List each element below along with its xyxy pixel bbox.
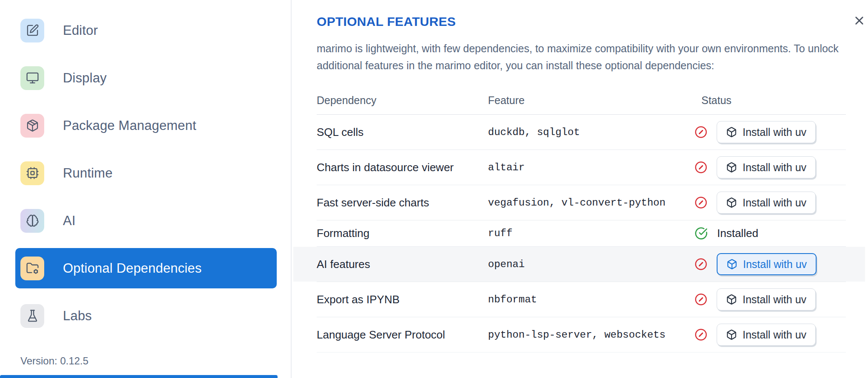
- circle-x-icon: [695, 161, 707, 174]
- table-row: AI featuresopenaiInstall with uv: [317, 247, 846, 282]
- labs-icon-tile: [20, 304, 44, 328]
- sidebar-item-label: AI: [63, 213, 76, 228]
- sidebar-item-labs[interactable]: Labs: [15, 296, 277, 336]
- sidebar-item-display[interactable]: Display: [15, 58, 277, 98]
- sidebar-item-optional-dependencies[interactable]: Optional Dependencies: [15, 248, 277, 288]
- box-icon: [726, 162, 737, 173]
- settings-dialog: EditorDisplayPackage ManagementRuntimeAI…: [0, 0, 868, 378]
- status-cell: Install with uv: [695, 115, 846, 150]
- circle-x-icon: [695, 293, 707, 306]
- table-row: SQL cellsduckdb, sqlglotInstall with uv: [317, 115, 846, 150]
- feature-packages: ruff: [488, 221, 695, 245]
- circle-x-icon: [695, 258, 707, 271]
- settings-sidebar: EditorDisplayPackage ManagementRuntimeAI…: [0, 0, 292, 378]
- ai-icon-tile: [20, 209, 44, 233]
- package-management-icon-tile: [20, 114, 44, 138]
- cpu-icon: [26, 166, 39, 180]
- dependency-name: Language Server Protocol: [317, 322, 488, 348]
- header-dependency: Dependency: [317, 94, 488, 107]
- sidebar-item-label: Optional Dependencies: [63, 261, 201, 276]
- dependency-name: Fast server-side charts: [317, 190, 488, 216]
- circle-check-icon: [695, 227, 708, 240]
- bottom-blue-bar: [0, 375, 278, 378]
- display-icon-tile: [20, 66, 44, 90]
- circle-x-icon: [695, 328, 707, 341]
- table-row: Fast server-side chartsvegafusion, vl-co…: [317, 185, 846, 220]
- sidebar-item-runtime[interactable]: Runtime: [15, 153, 277, 193]
- install-button-label: Install with uv: [743, 197, 806, 209]
- install-button-label: Install with uv: [743, 258, 807, 271]
- sidebar-item-label: Labs: [63, 308, 92, 324]
- install-with-uv-button[interactable]: Install with uv: [717, 253, 817, 275]
- install-with-uv-button[interactable]: Install with uv: [717, 324, 816, 346]
- status-cell: Install with uv: [695, 282, 846, 317]
- sidebar-item-label: Display: [63, 71, 107, 86]
- status-cell: Install with uv: [695, 185, 846, 220]
- box-icon: [726, 127, 737, 138]
- table-header-row: Dependency Feature Status: [317, 86, 846, 115]
- status-cell: Install with uv: [695, 317, 846, 352]
- dependency-name: Charts in datasource viewer: [317, 155, 488, 181]
- install-with-uv-button[interactable]: Install with uv: [717, 156, 816, 178]
- flask-conical-icon: [26, 309, 39, 322]
- feature-packages: duckdb, sqlglot: [488, 120, 695, 144]
- install-button-label: Install with uv: [743, 293, 806, 306]
- box-icon: [726, 294, 737, 305]
- dependencies-table: Dependency Feature Status SQL cellsduckd…: [317, 86, 846, 353]
- close-button[interactable]: [850, 11, 868, 30]
- panel-description: marimo is lightweight, with few dependen…: [317, 40, 857, 74]
- install-button-label: Install with uv: [743, 161, 806, 174]
- runtime-icon-tile: [20, 161, 44, 185]
- sidebar-item-editor[interactable]: Editor: [15, 10, 277, 51]
- status-cell: Install with uv: [695, 150, 846, 185]
- dependency-name: SQL cells: [317, 119, 488, 145]
- dependency-name: AI features: [317, 251, 488, 277]
- sidebar-item-label: Runtime: [63, 166, 113, 181]
- sidebar-item-package-management[interactable]: Package Management: [15, 105, 277, 146]
- optional-dependencies-icon-tile: [20, 257, 44, 280]
- editor-icon-tile: [20, 19, 44, 42]
- install-with-uv-button[interactable]: Install with uv: [717, 192, 816, 214]
- table-row: Charts in datasource vieweraltairInstall…: [317, 150, 846, 185]
- panel-title: OPTIONAL FEATURES: [317, 14, 857, 29]
- status-cell: Install with uv: [695, 247, 846, 282]
- box-icon: [726, 329, 737, 340]
- feature-packages: altair: [488, 155, 695, 180]
- table-row: FormattingruffInstalled: [317, 220, 846, 247]
- table-row: Export as IPYNBnbformatInstall with uv: [317, 282, 846, 317]
- install-with-uv-button[interactable]: Install with uv: [717, 121, 816, 143]
- sidebar-item-label: Editor: [63, 23, 98, 38]
- installed-status-label: Installed: [717, 227, 758, 240]
- circle-x-icon: [695, 196, 707, 209]
- status-cell: Installed: [695, 220, 846, 246]
- box-icon: [726, 197, 737, 208]
- monitor-icon: [26, 71, 39, 85]
- box-icon: [726, 259, 738, 270]
- feature-packages: python-lsp-server, websockets: [488, 323, 695, 347]
- version-label: Version: 0.12.5: [20, 355, 88, 367]
- package-icon: [26, 119, 39, 132]
- sidebar-nav: EditorDisplayPackage ManagementRuntimeAI…: [15, 10, 277, 336]
- dependency-name: Formatting: [317, 220, 488, 246]
- install-button-label: Install with uv: [743, 126, 806, 138]
- sidebar-item-label: Package Management: [63, 118, 196, 133]
- x-icon: [853, 14, 866, 27]
- square-pen-icon: [26, 24, 39, 37]
- header-status: Status: [695, 94, 846, 107]
- feature-packages: nbformat: [488, 288, 695, 312]
- circle-x-icon: [695, 126, 707, 138]
- dependency-name: Export as IPYNB: [317, 287, 488, 313]
- sidebar-item-ai[interactable]: AI: [15, 200, 277, 241]
- folder-cog-icon: [26, 262, 39, 275]
- table-row: Language Server Protocolpython-lsp-serve…: [317, 317, 846, 353]
- feature-packages: vegafusion, vl-convert-python: [488, 191, 695, 215]
- install-button-label: Install with uv: [743, 329, 806, 341]
- feature-packages: openai: [488, 252, 695, 276]
- brain-icon: [26, 214, 39, 227]
- table-body: SQL cellsduckdb, sqlglotInstall with uvC…: [317, 115, 846, 353]
- header-feature: Feature: [488, 94, 695, 107]
- install-with-uv-button[interactable]: Install with uv: [717, 288, 816, 310]
- optional-features-panel: OPTIONAL FEATURES marimo is lightweight,…: [292, 0, 868, 378]
